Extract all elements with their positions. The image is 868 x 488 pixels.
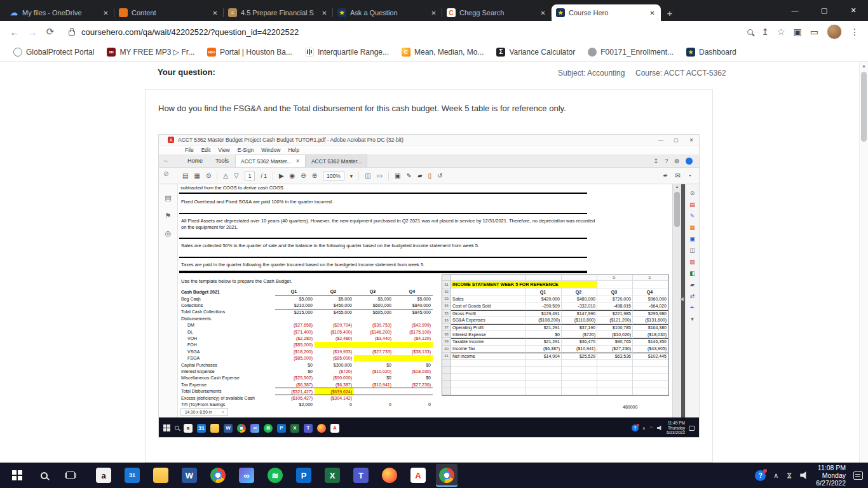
new-tab-button[interactable]: + bbox=[661, 4, 679, 21]
calculator-icon: C bbox=[402, 48, 410, 57]
bookmark-mean-median[interactable]: C Mean, Median, Mo... bbox=[396, 45, 489, 59]
table-cell bbox=[562, 360, 597, 367]
scrollbar-up-icon[interactable]: ▲ bbox=[860, 62, 868, 68]
table-cell: ($175,100) bbox=[393, 329, 433, 335]
loop-app[interactable]: ∞ bbox=[236, 464, 257, 487]
chrome-active[interactable] bbox=[436, 464, 458, 487]
clock-time: 11:08 PM bbox=[816, 464, 846, 471]
clock-day: Thursday bbox=[667, 426, 685, 431]
fit-width-icon: ◫ bbox=[365, 172, 370, 179]
tab-close-icon[interactable]: ✕ bbox=[430, 10, 438, 17]
volume-icon[interactable] bbox=[800, 471, 808, 479]
table-cell: ($18,030) bbox=[393, 368, 433, 374]
tab-coursehero-active[interactable]: ★ Course Hero ✕ bbox=[552, 4, 661, 21]
bookmark-enrollment[interactable]: F00171_Enrollment... bbox=[582, 45, 679, 59]
acrobat-reader[interactable]: A bbox=[407, 464, 429, 487]
tab-close-icon[interactable]: ✕ bbox=[211, 10, 219, 17]
reload-icon[interactable]: ⟳ bbox=[42, 24, 58, 40]
table-cell: ($720) bbox=[562, 331, 597, 338]
table-cell: $5,000 bbox=[315, 295, 354, 302]
tab-close-icon[interactable]: ✕ bbox=[648, 10, 656, 17]
table-cell: ($85,000) bbox=[275, 355, 315, 362]
app-a[interactable]: a bbox=[93, 464, 114, 487]
tab-close-icon[interactable]: ✕ bbox=[320, 10, 329, 17]
firefox[interactable] bbox=[379, 464, 400, 487]
scrollbar-thumb[interactable] bbox=[861, 72, 867, 142]
word[interactable]: W bbox=[179, 464, 200, 487]
zoom-indicator-icon[interactable] bbox=[747, 29, 753, 35]
table-cell bbox=[633, 367, 668, 374]
separator bbox=[273, 172, 273, 180]
action-center-icon[interactable] bbox=[853, 471, 863, 480]
back-icon[interactable]: ← bbox=[6, 24, 23, 40]
chrome[interactable] bbox=[207, 464, 229, 487]
acrobat-tabbar-actions: ↥ ? ◍ bbox=[654, 154, 699, 167]
start-button[interactable] bbox=[4, 463, 31, 488]
window-minimize-button[interactable]: — bbox=[780, 0, 810, 20]
tab-label: Ask a Question bbox=[350, 9, 426, 17]
teams[interactable]: T bbox=[350, 464, 372, 487]
excel[interactable]: X bbox=[322, 464, 343, 487]
planner-app[interactable]: P bbox=[293, 464, 315, 487]
table-cell: $63,536 bbox=[597, 353, 633, 360]
ssl-lock-icon[interactable] bbox=[69, 30, 75, 36]
table-cell bbox=[393, 342, 433, 348]
bookmark-star-icon[interactable]: ☆ bbox=[777, 27, 785, 37]
chegg-favicon-icon: C bbox=[447, 8, 456, 17]
bookmark-dashboard[interactable]: ★ Dashboard bbox=[681, 45, 742, 59]
bookmark-variance[interactable]: Σ Variance Calculator bbox=[491, 45, 581, 59]
table-cell: ($18,200) bbox=[275, 348, 315, 355]
tab-onedrive[interactable]: ☁ My files - OneDrive ✕ bbox=[5, 4, 114, 21]
tool-edit-pdf-icon: ✎ bbox=[690, 214, 695, 219]
table-row: Collections$210,000$450,000$600,000$840,… bbox=[181, 302, 435, 308]
course-label: Course: ACCT ACCT-5362 bbox=[635, 69, 726, 78]
file-explorer[interactable] bbox=[150, 464, 172, 487]
taskbar-search-button[interactable] bbox=[31, 463, 57, 488]
hand-tool-icon: ◉ bbox=[290, 172, 295, 179]
planner-app-icon: P bbox=[296, 468, 311, 483]
tab-financial[interactable]: ≡ 4.5 Prepare Financial S ✕ bbox=[224, 4, 333, 21]
tab-content[interactable]: Content ✕ bbox=[114, 4, 224, 21]
bookmark-hbu-portal[interactable]: HBU Portal | Houston Ba... bbox=[201, 45, 298, 59]
row-label: SG&A Expenses bbox=[451, 317, 526, 324]
side-panel-icon[interactable]: ▭ bbox=[810, 27, 818, 37]
table-cell: -498,015 bbox=[597, 302, 633, 309]
acrobat-reader-icon: A bbox=[330, 424, 339, 433]
tray-caret-icon[interactable]: ∧ bbox=[773, 471, 778, 480]
url-text[interactable]: coursehero.com/qa/wait/42202522/?questio… bbox=[81, 27, 299, 37]
calendar-app[interactable]: 31 bbox=[121, 464, 143, 487]
extensions-icon[interactable]: ▣ bbox=[794, 27, 802, 37]
taskbar-clock[interactable]: 11:08 PM Monday 6/27/2022 bbox=[816, 464, 846, 487]
menu-kebab-icon[interactable]: ⋮ bbox=[850, 27, 859, 37]
table-row: Tax Expense($6,387)($6,387)($10,941)($27… bbox=[181, 381, 435, 388]
forward-icon[interactable]: → bbox=[24, 24, 41, 40]
tab-close-icon[interactable]: ✕ bbox=[102, 10, 110, 17]
task-view-button[interactable] bbox=[57, 463, 84, 488]
row-label: Operating Profit bbox=[451, 324, 526, 331]
bookmark-mp3[interactable]: m MY FREE MP3 ▷ Fr... bbox=[101, 45, 200, 59]
hbu-icon: HBU bbox=[207, 48, 216, 57]
table-cell bbox=[526, 360, 562, 367]
table-row: VOH($2,280)($2,480)($3,440)($4,120) bbox=[181, 335, 435, 341]
get-help-icon[interactable]: ? bbox=[755, 470, 766, 481]
page-scrollbar[interactable]: ▲ bbox=[859, 62, 868, 463]
tab-close-icon[interactable]: ✕ bbox=[539, 10, 547, 17]
income-header-row: 32Q1Q2Q3Q4 bbox=[442, 288, 668, 295]
tab-chegg[interactable]: C Chegg Search ✕ bbox=[442, 4, 552, 21]
column-header: Q1 bbox=[526, 288, 562, 295]
spotify[interactable]: ≋ bbox=[264, 464, 286, 487]
select-tool-icon: ▶ bbox=[279, 172, 284, 179]
profile-avatar[interactable] bbox=[827, 24, 842, 39]
bookmark-globalprotect[interactable]: GlobalProtect Portal bbox=[8, 45, 100, 59]
window-close-button[interactable]: ✕ bbox=[839, 0, 868, 20]
tab-ask-question[interactable]: ★ Ask a Question ✕ bbox=[333, 4, 442, 21]
doc-tab-close-icon: ✕ bbox=[295, 158, 300, 164]
bookmark-interquartile[interactable]: Interquartile Range... bbox=[299, 45, 395, 59]
row-label: FSGA bbox=[181, 356, 275, 360]
window-maximize-button[interactable]: ▢ bbox=[810, 0, 839, 20]
share-icon[interactable]: ↥ bbox=[761, 27, 769, 37]
table-row: 40Income Tax($6,387)($10,941)($27,230)($… bbox=[442, 346, 668, 353]
tool-convert-icon: ⇄ bbox=[690, 294, 695, 299]
excel-icon: X bbox=[325, 468, 340, 483]
bluetooth-icon[interactable]: ⋈ bbox=[786, 472, 793, 478]
